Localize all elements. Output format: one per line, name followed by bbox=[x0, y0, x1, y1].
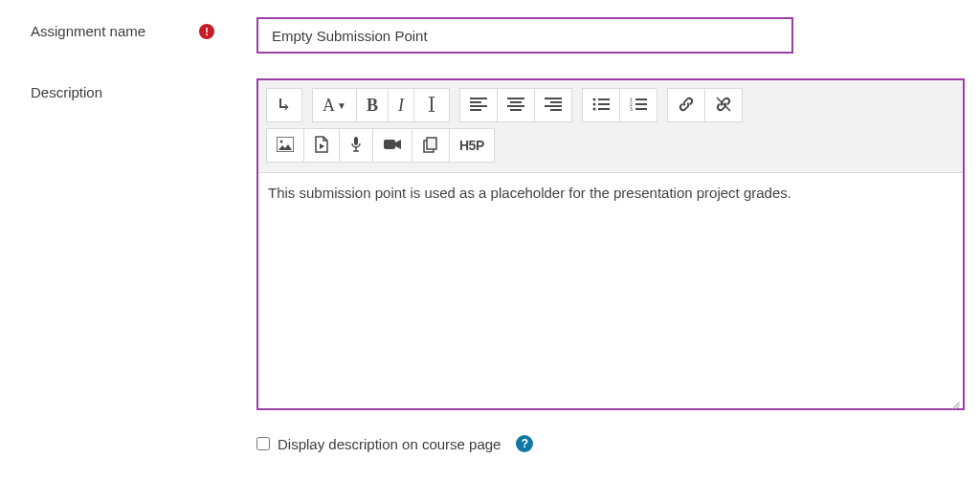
link-button[interactable] bbox=[667, 88, 705, 122]
description-label: Description bbox=[31, 84, 102, 100]
record-audio-button[interactable] bbox=[339, 128, 373, 163]
insert-media-button[interactable] bbox=[303, 128, 340, 163]
svg-rect-4 bbox=[507, 98, 524, 99]
svg-rect-6 bbox=[507, 105, 524, 107]
svg-rect-21 bbox=[635, 103, 647, 105]
toolbar-line-1: A ▼ B I bbox=[266, 88, 955, 122]
assignment-name-input[interactable] bbox=[256, 17, 793, 54]
editor-toolbar: A ▼ B I bbox=[258, 80, 963, 173]
ordered-list-button[interactable]: 123 bbox=[619, 88, 657, 122]
svg-point-12 bbox=[592, 98, 595, 100]
display-on-page-checkbox[interactable] bbox=[256, 437, 270, 450]
bold-icon: B bbox=[367, 96, 378, 116]
align-left-icon bbox=[470, 98, 487, 114]
svg-point-14 bbox=[592, 102, 595, 105]
svg-rect-32 bbox=[427, 138, 436, 149]
description-label-col: Description bbox=[31, 78, 222, 100]
align-center-button[interactable] bbox=[497, 88, 535, 122]
svg-rect-7 bbox=[510, 109, 522, 111]
svg-rect-1 bbox=[470, 101, 481, 103]
description-content: This submission point is used as a place… bbox=[268, 185, 953, 201]
help-icon[interactable]: ? bbox=[516, 435, 533, 452]
unlink-icon bbox=[715, 96, 732, 116]
text-cursor-button[interactable] bbox=[413, 88, 450, 122]
assignment-name-label: Assignment name bbox=[31, 23, 145, 39]
unlink-button[interactable] bbox=[704, 88, 743, 122]
manage-files-button[interactable] bbox=[412, 128, 450, 163]
required-icon: ! bbox=[199, 24, 214, 39]
svg-rect-30 bbox=[384, 140, 395, 149]
resize-handle[interactable] bbox=[947, 393, 961, 406]
h5p-icon: H5P bbox=[459, 138, 484, 153]
svg-rect-3 bbox=[470, 109, 481, 111]
svg-rect-0 bbox=[470, 98, 487, 99]
svg-rect-27 bbox=[354, 137, 358, 145]
svg-rect-8 bbox=[545, 98, 562, 99]
toolbar-group-media: H5P bbox=[266, 128, 495, 163]
align-left-button[interactable] bbox=[459, 88, 498, 122]
svg-rect-23 bbox=[635, 108, 647, 110]
font-style-button[interactable]: A ▼ bbox=[312, 88, 357, 122]
toolbar-group-link bbox=[667, 88, 743, 122]
font-a-icon: A bbox=[323, 96, 335, 116]
video-camera-icon bbox=[383, 138, 402, 154]
ordered-list-icon: 123 bbox=[630, 98, 647, 114]
svg-rect-11 bbox=[550, 109, 562, 111]
italic-button[interactable]: I bbox=[388, 88, 414, 122]
svg-point-16 bbox=[592, 107, 595, 110]
display-on-page-label: Display description on course page bbox=[278, 436, 501, 452]
media-file-icon bbox=[314, 136, 329, 156]
text-cursor-icon bbox=[424, 96, 439, 116]
svg-text:3: 3 bbox=[630, 106, 633, 111]
chevron-down-icon: ▼ bbox=[337, 100, 346, 111]
microphone-icon bbox=[349, 136, 363, 156]
record-video-button[interactable] bbox=[372, 128, 412, 163]
svg-point-26 bbox=[280, 140, 283, 142]
svg-rect-5 bbox=[510, 101, 522, 103]
svg-rect-13 bbox=[598, 98, 610, 100]
align-right-icon bbox=[545, 98, 562, 114]
toolbar-group-text: A ▼ B I bbox=[312, 88, 450, 122]
link-icon bbox=[678, 96, 695, 116]
bullet-list-icon bbox=[592, 98, 610, 114]
display-on-page-row: Display description on course page ? bbox=[256, 435, 980, 452]
toolbar-group-align bbox=[459, 88, 572, 122]
assignment-name-row: Assignment name ! bbox=[31, 17, 980, 54]
description-row: Description A ▼ bbox=[31, 78, 980, 410]
assignment-name-field-col bbox=[256, 17, 793, 54]
h5p-button[interactable]: H5P bbox=[449, 128, 495, 163]
description-editor: A ▼ B I bbox=[256, 78, 965, 410]
svg-rect-10 bbox=[545, 105, 562, 107]
svg-rect-2 bbox=[470, 105, 487, 107]
insert-image-button[interactable] bbox=[266, 128, 304, 163]
toolbar-group-list: 123 bbox=[582, 88, 657, 122]
svg-rect-19 bbox=[635, 98, 647, 100]
italic-icon: I bbox=[398, 96, 404, 116]
bold-button[interactable]: B bbox=[356, 88, 389, 122]
image-icon bbox=[277, 137, 294, 155]
description-textarea[interactable]: This submission point is used as a place… bbox=[258, 173, 963, 408]
svg-rect-17 bbox=[598, 108, 610, 110]
arrow-down-right-icon bbox=[277, 97, 292, 115]
files-icon bbox=[422, 136, 439, 156]
toggle-toolbar-button[interactable] bbox=[266, 88, 302, 122]
bullet-list-button[interactable] bbox=[582, 88, 620, 122]
toolbar-line-2: H5P bbox=[266, 128, 955, 163]
toolbar-group-expand bbox=[266, 88, 302, 122]
assignment-name-label-col: Assignment name ! bbox=[31, 17, 222, 39]
svg-rect-15 bbox=[598, 103, 610, 105]
svg-rect-9 bbox=[550, 101, 562, 103]
align-center-icon bbox=[507, 98, 524, 114]
align-right-button[interactable] bbox=[534, 88, 572, 122]
description-field-col: A ▼ B I bbox=[256, 78, 965, 410]
